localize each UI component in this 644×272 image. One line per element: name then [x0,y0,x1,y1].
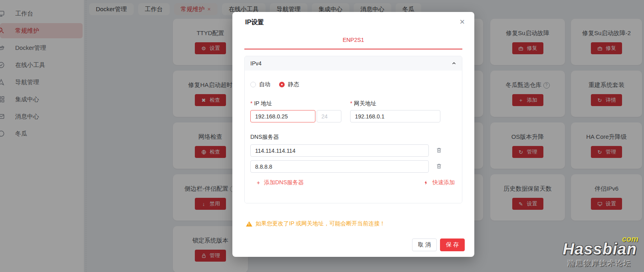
radio-static-dot[interactable] [279,82,285,87]
warning-text: 如果您更改了IP 或网关地址，可能会断开当前连接！ [256,220,385,227]
delete-dns-1-button[interactable] [436,147,442,154]
ip-mode-radio-group: 自动 静态 [250,81,456,88]
watermark-subtitle: 瀚思彼岸技术论坛 [563,259,637,268]
app-root: 工作台 常规维护 Docker管理 在线小工具 [0,0,644,272]
ipv4-panel-header[interactable]: IPv4 [245,56,462,71]
watermark-tld: com [622,235,638,244]
save-button[interactable]: 保 存 [440,238,465,251]
ip-address-input[interactable] [250,110,315,122]
delete-dns-2-button[interactable] [436,163,442,170]
dns-row-1 [250,144,456,157]
plus-icon: + [257,179,260,186]
cancel-button[interactable]: 取 消 [412,238,437,251]
dns-servers-label: DNS服务器 [250,134,456,141]
lightning-icon [424,180,428,185]
ipv4-panel: IPv4 自动 静态 [244,56,462,203]
close-icon[interactable]: × [460,18,465,26]
dialog-title: IP设置 [245,18,264,27]
connection-warning: 如果您更改了IP 或网关地址，可能会断开当前连接！ [246,220,462,227]
radio-auto-dot[interactable] [250,82,256,87]
add-dns-link[interactable]: + 添加DNS服务器 [257,179,304,186]
ip-settings-dialog: IP设置 × ENP2S1 IPv4 自动 [232,12,474,257]
radio-auto[interactable]: 自动 [250,81,270,88]
interface-tabs: ENP2S1 [244,36,462,49]
radio-static[interactable]: 静态 [279,81,299,88]
dns-row-2 [250,160,456,173]
ip-address-label: *IP 地址 [250,100,341,107]
dns-input-2[interactable] [250,160,429,173]
trash-icon [436,163,442,170]
gateway-label: *网关地址 [350,100,440,107]
ipv4-section-label: IPv4 [250,60,262,67]
warning-triangle-icon [246,221,252,227]
quick-add-link[interactable]: 快速添加 [424,179,455,186]
gateway-input[interactable] [350,110,440,122]
trash-icon [436,147,442,154]
tab-enp2s1[interactable]: ENP2S1 [343,37,364,43]
prefix-length-input[interactable] [317,110,341,122]
dns-input-1[interactable] [250,144,429,157]
watermark: Hassbian com 瀚思彼岸技术论坛 [563,240,637,268]
chevron-up-icon[interactable] [452,61,456,66]
